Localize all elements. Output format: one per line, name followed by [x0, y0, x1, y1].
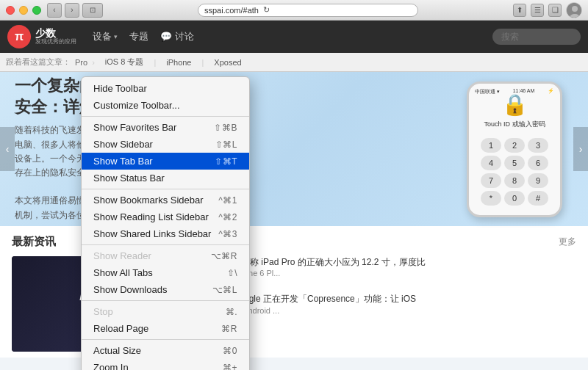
- news-sub-0: iPhone 6 Pl...: [232, 269, 576, 278]
- maximize-button[interactable]: [32, 6, 41, 15]
- menu-shortcut-11: ⌥⌘L: [212, 285, 237, 295]
- phone-status-bar: 中国联通 ▾ 11:46 AM ⚡️: [469, 88, 560, 95]
- menu-label-12: Stop: [93, 306, 226, 317]
- refresh-icon[interactable]: ↻: [263, 5, 270, 15]
- forward-button[interactable]: ›: [65, 3, 79, 18]
- menu-label-3: Show Sidebar: [93, 139, 215, 150]
- nav-item-devices[interactable]: 设备 ▾: [93, 30, 118, 43]
- menu-item-2[interactable]: Show Favorites Bar⇧⌘B: [82, 119, 249, 136]
- menu-item-7[interactable]: Show Reading List Sidebar^⌘2: [82, 208, 249, 225]
- news-headline-1[interactable]: Google 正在开发「Copresence」功能：让 iOS: [232, 293, 576, 305]
- tab-breadcrumb-pro: Pro: [75, 58, 87, 67]
- svg-point-1: [572, 6, 578, 12]
- phone-key-8: 8: [504, 173, 525, 188]
- address-bar-container: sspai.com/#ath ↻: [103, 4, 513, 17]
- menu-item-13[interactable]: Reload Page⌘R: [82, 320, 249, 337]
- avatar[interactable]: [566, 2, 582, 18]
- tab-item-ios8[interactable]: iOS 8 专题: [99, 55, 150, 69]
- menu-shortcut-13: ⌘R: [221, 324, 237, 334]
- phone-frame: 中国联通 ▾ 11:46 AM ⚡️ 🔒 Touch ID 或输入密码 1 2 …: [467, 81, 562, 217]
- menu-separator-13: [82, 339, 249, 340]
- menu-item-5[interactable]: Show Status Bar: [82, 170, 249, 186]
- phone-key-star: *: [481, 191, 501, 206]
- menu-item-14[interactable]: Actual Size⌘0: [82, 342, 249, 359]
- tab-separator-2: |: [154, 58, 156, 67]
- hero-prev-button[interactable]: ‹: [0, 127, 15, 171]
- phone-key-5: 5: [504, 156, 525, 170]
- search-input[interactable]: [492, 29, 581, 45]
- hero-next-button[interactable]: ›: [573, 127, 588, 171]
- phone-lock-text: Touch ID 或输入密码: [484, 120, 545, 129]
- menu-shortcut-7: ^⌘2: [218, 212, 237, 222]
- menu-item-1[interactable]: Customize Toolbar...: [82, 97, 249, 114]
- menu-shortcut-6: ^⌘1: [218, 195, 237, 206]
- logo-icon: π: [7, 25, 31, 48]
- tab-separator: ›: [92, 58, 95, 67]
- tab-item-iphone[interactable]: iPhone: [160, 57, 197, 68]
- menu-label-8: Show Shared Links Sidebar: [93, 228, 218, 239]
- menu-item-4[interactable]: Show Tab Bar⇧⌘T: [82, 153, 249, 170]
- menu-shortcut-8: ^⌘3: [218, 229, 237, 239]
- menu-label-2: Show Favorites Bar: [93, 122, 214, 133]
- nav-item-discuss[interactable]: 💬 讨论: [160, 30, 194, 43]
- minimize-button[interactable]: [19, 6, 28, 15]
- title-bar: ‹ › ⊡ sspai.com/#ath ↻ ⬆ ☰ ❑: [0, 0, 588, 21]
- menu-item-10[interactable]: Show All Tabs⇧\: [82, 264, 249, 281]
- news-headline-0[interactable]: 日媒称 iPad Pro 的正确大小应为 12.2 寸，厚度比: [232, 256, 576, 269]
- menu-item-6[interactable]: Show Bookmarks Sidebar^⌘1: [82, 192, 249, 208]
- reading-list-icon[interactable]: ☰: [531, 4, 544, 17]
- menu-separator-1: [82, 116, 249, 117]
- menu-label-11: Show Downloads: [93, 284, 212, 295]
- close-button[interactable]: [6, 6, 15, 15]
- menu-separator-5: [82, 189, 249, 189]
- recent-more-link[interactable]: 更多: [559, 236, 576, 248]
- nav-search: [492, 29, 581, 45]
- menu-item-3[interactable]: Show Sidebar⇧⌘L: [82, 136, 249, 153]
- menu-label-5: Show Status Bar: [93, 173, 237, 184]
- logo-text: 少数 发现优秀的应用: [35, 28, 76, 46]
- nav-item-topics[interactable]: 专题: [129, 30, 148, 43]
- url-text: sspai.com/#ath: [204, 6, 259, 15]
- menu-label-6: Show Bookmarks Sidebar: [93, 195, 218, 206]
- tab-bar: 跟着看这篇文章： Pro › iOS 8 专题 | iPhone | Xpose…: [0, 53, 588, 72]
- nav-buttons: ‹ ›: [47, 3, 79, 18]
- menu-item-12: Stop⌘.: [82, 303, 249, 320]
- tab-overview-button[interactable]: ⊡: [82, 3, 103, 18]
- menu-shortcut-2: ⇧⌘B: [214, 123, 237, 133]
- address-bar[interactable]: sspai.com/#ath ↻: [198, 4, 418, 17]
- share-icon[interactable]: ⬆: [513, 4, 526, 17]
- news-text-1: Google 正在开发「Copresence」功能：让 iOS 与 Androi…: [232, 293, 576, 316]
- tab-item-xposed[interactable]: Xposed: [208, 57, 247, 68]
- context-menu: Hide ToolbarCustomize Toolbar...Show Fav…: [81, 76, 250, 370]
- phone-key-7: 7: [481, 173, 501, 188]
- sidebar-toggle-icon[interactable]: ❑: [548, 4, 562, 17]
- menu-shortcut-14: ⌘0: [223, 346, 237, 356]
- phone-key-9: 9: [528, 173, 548, 188]
- nav-links: 设备 ▾ 专题 💬 讨论: [93, 30, 194, 43]
- menu-separator-8: [82, 244, 249, 245]
- toolbar-right: ⬆ ☰ ❑: [513, 2, 588, 18]
- phone-key-0: 0: [504, 191, 525, 206]
- logo-area[interactable]: π 少数 发现优秀的应用: [7, 25, 76, 48]
- menu-separator-11: [82, 300, 249, 301]
- menu-item-8[interactable]: Show Shared Links Sidebar^⌘3: [82, 225, 249, 242]
- menu-shortcut-3: ⇧⌘L: [215, 139, 237, 150]
- phone-key-1: 1: [481, 138, 501, 153]
- phone-key-6: 6: [528, 156, 548, 170]
- menu-label-14: Actual Size: [93, 345, 223, 356]
- menu-item-0[interactable]: Hide Toolbar: [82, 80, 249, 97]
- menu-item-11[interactable]: Show Downloads⌥⌘L: [82, 281, 249, 298]
- menu-label-0: Hide Toolbar: [93, 83, 237, 94]
- menu-shortcut-12: ⌘.: [226, 307, 237, 317]
- news-sub-1: 与 Android ...: [232, 305, 576, 316]
- news-text-0: 日媒称 iPad Pro 的正确大小应为 12.2 寸，厚度比 iPhone 6…: [232, 256, 576, 278]
- content-area: ‹ 一个复杂的锁屏 安全：详解 iO 随着科技的飞速发展， 电脑、很多人将他们大…: [0, 72, 588, 370]
- phone-mockup: 中国联通 ▾ 11:46 AM ⚡️ 🔒 Touch ID 或输入密码 1 2 …: [456, 79, 573, 219]
- back-button[interactable]: ‹: [47, 3, 62, 18]
- menu-item-15[interactable]: Zoom In⌘+: [82, 359, 249, 370]
- phone-numpad: 1 2 3 4 5 6 7 8 9 * 0 #: [481, 138, 548, 206]
- tab-separator-3: |: [202, 58, 204, 67]
- menu-label-4: Show Tab Bar: [93, 156, 215, 167]
- tab-breadcrumb-prefix: 跟着看这篇文章：: [6, 57, 71, 68]
- menu-label-10: Show All Tabs: [93, 267, 227, 278]
